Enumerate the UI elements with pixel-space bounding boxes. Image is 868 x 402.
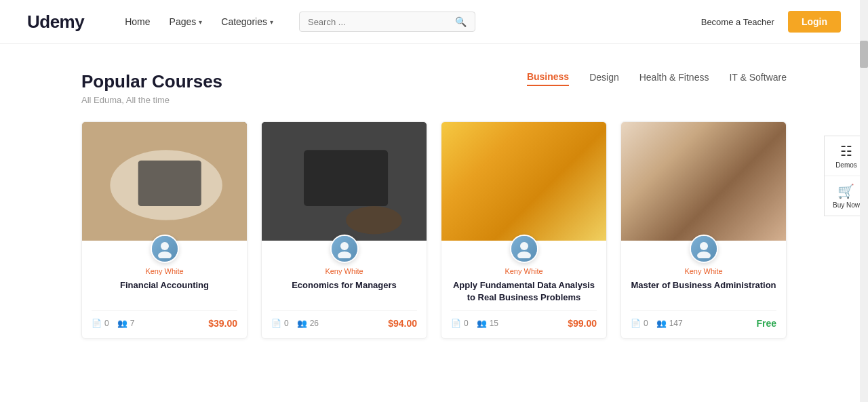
students-meta: 👥 7	[117, 319, 135, 328]
course-title: Economics for Managers	[271, 279, 417, 304]
students-icon: 👥	[297, 319, 307, 328]
card-body: Keny White Economics for Managers 📄 0 👥 …	[262, 241, 427, 338]
document-icon: 📄	[631, 319, 641, 328]
demos-label: Demos	[835, 161, 857, 169]
instructor-name: Keny White	[271, 267, 417, 275]
card-body: Keny White Master of Business Administra…	[621, 241, 786, 338]
card-footer: 📄 0 👥 15 $99.00	[451, 310, 597, 329]
avatar-placeholder	[691, 236, 717, 262]
svg-point-0	[161, 242, 169, 250]
become-teacher-link[interactable]: Become a Teacher	[701, 17, 774, 27]
login-button[interactable]: Login	[788, 11, 841, 33]
lessons-count: 0	[464, 319, 469, 328]
svg-point-2	[340, 242, 349, 250]
scrollbar[interactable]	[860, 0, 868, 402]
section-title-block: Popular Courses All Eduma, All the time	[81, 71, 222, 105]
buy-now-label: Buy Now	[833, 201, 860, 209]
nav-home[interactable]: Home	[125, 16, 150, 27]
course-image	[262, 122, 427, 241]
section-title: Popular Courses	[81, 71, 222, 92]
lessons-count: 0	[284, 319, 289, 328]
students-count: 15	[490, 319, 498, 328]
cart-icon: 🛒	[837, 183, 854, 199]
pages-chevron-icon: ▾	[199, 18, 202, 26]
students-count: 7	[130, 319, 135, 328]
lessons-meta: 📄 0	[271, 319, 289, 328]
scrollbar-thumb[interactable]	[860, 41, 868, 68]
document-icon: 📄	[271, 319, 281, 328]
document-icon: 📄	[92, 319, 102, 328]
svg-point-3	[338, 252, 351, 258]
avatar	[151, 235, 179, 263]
filter-tab-business[interactable]: Business	[527, 71, 569, 86]
students-icon: 👥	[656, 319, 667, 328]
lessons-count: 0	[644, 319, 648, 328]
course-image	[82, 122, 247, 241]
nav: Home Pages ▾ Categories ▾ 🔍	[125, 12, 688, 32]
students-meta: 👥 26	[297, 319, 319, 328]
lessons-meta: 📄 0	[631, 319, 648, 328]
course-price: $99.00	[568, 318, 597, 329]
course-price: Free	[756, 318, 776, 329]
card-footer: 📄 0 👥 26 $94.00	[271, 310, 417, 329]
search-bar: 🔍	[299, 12, 475, 32]
students-meta: 👥 15	[477, 319, 498, 328]
students-count: 147	[669, 319, 683, 328]
instructor-name: Keny White	[451, 267, 597, 275]
students-meta: 👥 147	[656, 319, 683, 328]
header: Udemy Home Pages ▾ Categories ▾ 🔍 Become…	[0, 0, 868, 44]
categories-chevron-icon: ▾	[270, 18, 273, 26]
avatar	[690, 235, 718, 263]
lessons-meta: 📄 0	[451, 319, 469, 328]
filter-tab-it-software[interactable]: IT & Software	[729, 72, 787, 85]
course-card[interactable]: Keny White Apply Fundamental Data Analys…	[441, 121, 607, 339]
course-title: Apply Fundamental Data Analysis to Real …	[451, 279, 597, 304]
course-image	[441, 122, 606, 241]
instructor-name: Keny White	[631, 267, 776, 275]
course-price: $39.00	[208, 318, 237, 329]
search-icon[interactable]: 🔍	[455, 16, 467, 27]
course-card[interactable]: Keny White Financial Accounting 📄 0 👥 7 …	[81, 121, 248, 339]
card-footer: 📄 0 👥 7 $39.00	[92, 310, 237, 329]
course-card[interactable]: Keny White Economics for Managers 📄 0 👥 …	[261, 121, 427, 339]
header-actions: Become a Teacher Login	[701, 11, 841, 33]
filter-tabs: Business Design Health & Fitness IT & So…	[527, 71, 787, 86]
nav-pages[interactable]: Pages ▾	[170, 16, 203, 27]
svg-point-7	[697, 252, 711, 258]
card-body: Keny White Apply Fundamental Data Analys…	[441, 241, 606, 338]
course-price: $94.00	[388, 318, 417, 329]
card-meta: 📄 0 👥 147	[631, 319, 683, 328]
svg-point-5	[517, 252, 531, 258]
avatar	[330, 235, 359, 263]
logo[interactable]: Udemy	[27, 12, 84, 33]
main-content: Popular Courses All Eduma, All the time …	[0, 44, 814, 366]
students-icon: 👥	[117, 319, 127, 328]
nav-categories[interactable]: Categories ▾	[221, 16, 273, 27]
svg-point-6	[700, 242, 708, 250]
students-count: 26	[310, 319, 319, 328]
course-title: Master of Business Administration	[631, 279, 776, 304]
card-body: Keny White Financial Accounting 📄 0 👥 7 …	[82, 241, 247, 338]
avatar-placeholder	[152, 236, 178, 262]
avatar-placeholder	[511, 236, 537, 262]
section-header: Popular Courses All Eduma, All the time …	[81, 71, 787, 105]
course-title: Financial Accounting	[92, 279, 237, 304]
course-image	[621, 122, 786, 241]
avatar	[510, 235, 538, 263]
course-card[interactable]: Keny White Master of Business Administra…	[620, 121, 787, 339]
section-subtitle: All Eduma, All the time	[81, 95, 222, 105]
filter-tab-design[interactable]: Design	[589, 72, 619, 85]
svg-point-4	[520, 242, 528, 250]
students-icon: 👥	[477, 319, 487, 328]
card-meta: 📄 0 👥 7	[92, 319, 134, 328]
lessons-meta: 📄 0	[92, 319, 109, 328]
lessons-count: 0	[104, 319, 109, 328]
card-meta: 📄 0 👥 26	[271, 319, 319, 328]
search-input[interactable]	[308, 17, 455, 27]
instructor-name: Keny White	[92, 267, 237, 275]
svg-point-1	[158, 252, 172, 258]
avatar-placeholder	[332, 236, 357, 262]
filter-tab-health-fitness[interactable]: Health & Fitness	[639, 72, 709, 85]
card-footer: 📄 0 👥 147 Free	[631, 310, 776, 329]
courses-grid: Keny White Financial Accounting 📄 0 👥 7 …	[81, 121, 787, 339]
